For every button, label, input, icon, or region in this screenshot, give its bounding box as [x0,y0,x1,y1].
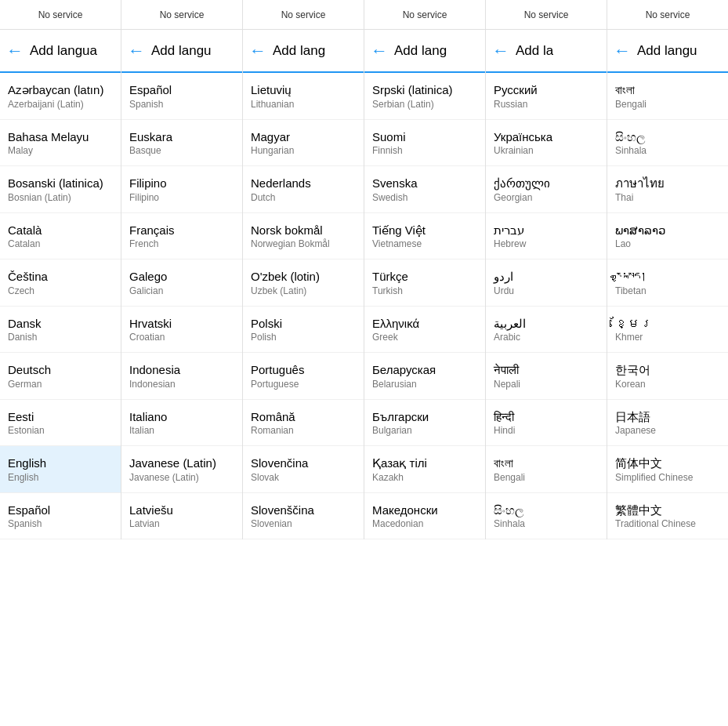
list-item[interactable]: ΕλληνικάGreek [364,307,485,354]
language-english-name: Croatian [129,332,234,343]
list-item[interactable]: NederlandsDutch [243,166,364,213]
list-item[interactable]: EspañolSpanish [121,73,242,120]
list-item[interactable]: རྒྱ་སྐད།Tibetan [607,260,728,307]
language-native-name: Polski [251,316,356,332]
list-item[interactable]: МакедонскиMacedonian [364,493,485,540]
panel-panel3: ←Add langLietuviųLithuanianMagyarHungari… [243,30,364,539]
back-button[interactable]: ← [6,41,24,61]
language-native-name: 日本語 [615,409,720,425]
language-native-name: Български [372,409,477,425]
language-native-name: Lietuvių [251,82,356,98]
list-item[interactable]: PortuguêsPortuguese [243,353,364,400]
back-button[interactable]: ← [128,41,145,61]
list-item[interactable]: ພາສາລາວLao [607,213,728,260]
list-item[interactable]: DeutschGerman [0,353,121,400]
list-item[interactable]: ČeštinaCzech [0,260,121,307]
list-item[interactable]: 한국어Korean [607,353,728,400]
language-native-name: 繁體中文 [615,503,720,518]
list-item[interactable]: TürkçeTurkish [364,260,485,307]
list-item[interactable]: РусскийRussian [486,73,607,120]
list-item[interactable]: FrançaisFrench [121,213,242,260]
list-item[interactable]: MagyarHungarian [243,120,364,167]
list-item[interactable]: УкраїнськаUkrainian [486,120,607,167]
list-item[interactable]: Tiếng ViệtVietnamese [364,213,485,260]
language-native-name: اردو [494,269,599,285]
language-list: Srpski (latinica)Serbian (Latin)SuomiFin… [364,73,485,539]
list-item[interactable]: SuomiFinnish [364,120,485,167]
list-item[interactable]: বাংলাBengali [607,73,728,120]
list-item[interactable]: PolskiPolish [243,307,364,354]
list-item[interactable]: Norsk bokmålNorwegian Bokmål [243,213,364,260]
language-native-name: Қазақ тілі [372,456,477,471]
list-item[interactable]: Srpski (latinica)Serbian (Latin) [364,73,485,120]
language-english-name: Javanese (Latin) [129,472,234,483]
list-item[interactable]: DanskDanish [0,307,121,354]
list-item[interactable]: ItalianoItalian [121,400,242,447]
panel-panel4: ←Add langSrpski (latinica)Serbian (Latin… [364,30,486,539]
list-item[interactable]: বাংলাBengali [486,446,607,493]
list-item[interactable]: සිංහලSinhala [607,120,728,167]
list-item[interactable]: БългарскиBulgarian [364,400,485,447]
list-item[interactable]: ქართულიGeorgian [486,166,607,213]
language-native-name: Azərbaycan (latın) [8,82,113,98]
language-native-name: Deutsch [8,362,113,378]
list-item[interactable]: नेपालीNepali [486,353,607,400]
language-english-name: Dutch [251,192,356,203]
list-item[interactable]: ខ្មែរKhmer [607,307,728,354]
list-item[interactable]: SlovenščinaSlovenian [243,493,364,540]
list-item[interactable]: Bahasa MelayuMalay [0,120,121,167]
back-button[interactable]: ← [371,41,388,61]
list-item[interactable]: IndonesiaIndonesian [121,353,242,400]
language-list: বাংলাBengaliසිංහලSinhalaภาษาไทยThaiພາສາລ… [607,73,728,539]
back-button[interactable]: ← [249,41,266,61]
back-button[interactable]: ← [492,41,509,61]
language-english-name: Galician [129,285,234,296]
language-english-name: Bengali [615,99,720,110]
list-item[interactable]: O'zbek (lotin)Uzbek (Latin) [243,260,364,307]
list-item[interactable]: RomânăRomanian [243,400,364,447]
language-english-name: Czech [8,285,113,296]
list-item[interactable]: Bosanski (latinica)Bosnian (Latin) [0,166,121,213]
list-item[interactable]: EuskaraBasque [121,120,242,167]
language-english-name: Bengali [494,472,599,483]
language-native-name: Eesti [8,409,113,425]
list-item[interactable]: SvenskaSwedish [364,166,485,213]
list-item[interactable]: 繁體中文Traditional Chinese [607,493,728,540]
list-item[interactable]: اردوUrdu [486,260,607,307]
list-item[interactable]: БеларускаяBelarusian [364,353,485,400]
list-item[interactable]: සිංහලSinhala [486,493,607,540]
list-item[interactable]: עבריתHebrew [486,213,607,260]
list-item[interactable]: Қазақ тіліKazakh [364,446,485,493]
list-item[interactable]: SlovenčinaSlovak [243,446,364,493]
list-item[interactable]: EestiEstonian [0,400,121,447]
list-item[interactable]: EspañolSpanish [0,493,121,540]
language-list: Azərbaycan (latın)Azerbaijani (Latin)Bah… [0,73,121,539]
list-item[interactable]: Azərbaycan (latın)Azerbaijani (Latin) [0,73,121,120]
language-native-name: नेपाली [494,362,599,378]
list-item[interactable]: LietuviųLithuanian [243,73,364,120]
list-item[interactable]: EnglishEnglish [0,446,121,493]
list-item[interactable]: 日本語Japanese [607,400,728,447]
list-item[interactable]: GalegoGalician [121,260,242,307]
list-item[interactable]: हिन्दीHindi [486,400,607,447]
language-native-name: Srpski (latinica) [372,82,477,98]
language-english-name: Urdu [494,285,599,296]
list-item[interactable]: FilipinoFilipino [121,166,242,213]
list-item[interactable]: HrvatskiCroatian [121,307,242,354]
language-english-name: Sinhala [494,518,599,529]
language-native-name: Svenska [372,176,477,191]
back-button[interactable]: ← [614,41,631,61]
list-item[interactable]: العربيةArabic [486,307,607,354]
language-native-name: Русский [494,82,599,98]
language-native-name: Bahasa Melayu [8,129,113,145]
language-english-name: Danish [8,332,113,343]
list-item[interactable]: CatalàCatalan [0,213,121,260]
language-native-name: Ελληνικά [372,316,477,332]
list-item[interactable]: Javanese (Latin)Javanese (Latin) [121,446,242,493]
status-segment-0: No service [0,0,121,29]
list-item[interactable]: LatviešuLatvian [121,493,242,540]
panel-title: Add langu [151,43,212,59]
list-item[interactable]: ภาษาไทยThai [607,166,728,213]
list-item[interactable]: 简体中文Simplified Chinese [607,446,728,493]
language-english-name: Khmer [615,332,720,343]
